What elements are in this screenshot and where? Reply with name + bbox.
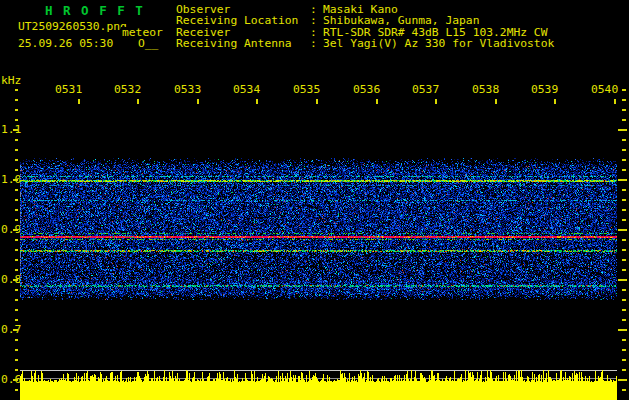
hrofft-screen: H R O F F T UT2509260530.png meteor 25.0… [0,0,629,400]
signal-strength-canvas [20,365,617,400]
spectrogram-canvas [20,105,617,365]
